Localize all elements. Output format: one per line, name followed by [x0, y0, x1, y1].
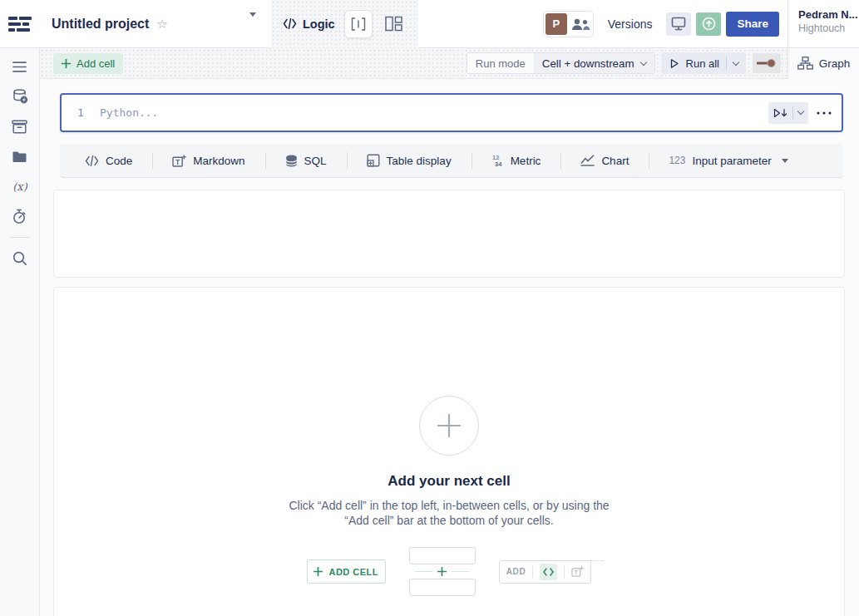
sidebar-item-snippets[interactable]	[0, 111, 40, 141]
app-logo-icon	[8, 17, 32, 32]
app-logo[interactable]	[0, 0, 40, 48]
cell-type-label: Markdown	[193, 155, 244, 167]
cell-type-code[interactable]: Code	[65, 144, 152, 177]
cell-type-label: Table display	[387, 155, 452, 167]
add-cell-mock-button[interactable]: ADD CELL	[307, 559, 386, 584]
stopwatch-icon	[12, 209, 27, 224]
empty-state-description-line2: “Add cell” bar at the bottom of your cel…	[344, 514, 553, 527]
user-org: Hightouch	[798, 22, 859, 34]
app-layout-view-button[interactable]	[382, 10, 407, 38]
database-bolt-icon	[12, 88, 28, 105]
run-mode-label: Run mode	[467, 53, 534, 73]
user-panel[interactable]: Pedram N... Hightouch	[787, 0, 859, 48]
run-split-divider	[792, 106, 793, 120]
markdown-icon: T	[172, 155, 186, 167]
svg-text:(x): (x)	[12, 180, 27, 193]
mock-insert-row[interactable]	[415, 564, 469, 579]
sidebar-item-files[interactable]	[0, 141, 40, 171]
sidebar-item-outline[interactable]	[0, 52, 40, 81]
monitor-icon	[671, 17, 686, 31]
metric-icon: 12 34	[491, 154, 504, 167]
publish-button[interactable]	[696, 12, 721, 36]
line-number: 1	[62, 106, 100, 119]
code-cell[interactable]: 1 Python...	[60, 93, 843, 132]
chevron-down-icon[interactable]	[733, 58, 739, 65]
notebook-toolbar: Add cell Run mode Cell + downstream Run …	[40, 48, 859, 79]
empty-state-description: Click “Add cell” in the top left, in-bet…	[289, 498, 609, 528]
add-bar-divider	[532, 566, 533, 578]
add-cell-label: Add cell	[77, 57, 115, 70]
add-cell-mock-label: ADD CELL	[328, 567, 378, 577]
chevron-down-icon	[639, 58, 646, 65]
graph-button[interactable]: Graph	[787, 48, 859, 79]
compute-toggle-button[interactable]	[753, 53, 781, 73]
empty-state-description-line1: Click “Add cell” in the top left, in-bet…	[289, 499, 609, 512]
avatar[interactable]: P	[546, 13, 567, 35]
empty-output-panel	[53, 190, 845, 278]
mock-cell-top	[409, 547, 476, 564]
cell-type-sql[interactable]: SQL	[265, 144, 347, 177]
add-bar-code-chip[interactable]	[540, 564, 557, 580]
sidebar-divider	[10, 237, 30, 238]
slider-handle-icon	[757, 57, 777, 69]
between-cells-illustration	[409, 547, 476, 596]
cell-type-markdown[interactable]: T Markdown	[152, 144, 264, 177]
run-cell-button[interactable]	[768, 102, 808, 124]
layout-grid-icon	[385, 16, 402, 32]
menu-icon	[12, 62, 27, 72]
cell-menu-button[interactable]	[817, 111, 832, 115]
chevron-down-icon	[782, 159, 788, 163]
markdown-icon: T	[571, 566, 584, 577]
chart-icon	[580, 155, 595, 166]
code-editor-placeholder[interactable]: Python...	[100, 106, 158, 119]
collaborators-pill[interactable]: P	[543, 11, 594, 37]
sidebar-item-data-sources[interactable]	[0, 81, 40, 111]
cell-type-bar: Code T Markdown SQL T	[60, 144, 843, 178]
share-button[interactable]: Share	[726, 12, 779, 37]
cell-type-label: Code	[106, 155, 132, 167]
run-mode-control: Run mode Cell + downstream	[467, 52, 655, 74]
input-parameter-123: 123	[669, 155, 685, 166]
tab-logic-label: Logic	[303, 17, 335, 31]
cell-type-metric[interactable]: 12 34 Metric	[471, 144, 561, 177]
run-all-button[interactable]: Run all	[662, 52, 746, 74]
present-button[interactable]	[666, 12, 691, 36]
run-mode-select[interactable]: Cell + downstream	[534, 53, 654, 73]
table-display-icon	[367, 154, 380, 167]
ellipsis-icon	[817, 111, 832, 115]
code-icon	[543, 568, 554, 576]
run-all-divider	[726, 57, 727, 70]
add-cell-illustrations: ADD CELL ADD	[307, 547, 591, 596]
tab-logic[interactable]: Logic	[283, 17, 335, 31]
cell-type-label: Input parameter	[692, 155, 771, 167]
database-icon	[285, 155, 298, 167]
cell-type-label: Chart	[601, 155, 629, 167]
page-title[interactable]: Untitled project	[52, 17, 149, 32]
user-name: Pedram N...	[798, 8, 859, 21]
run-downstream-icon	[773, 108, 787, 118]
star-icon[interactable]: ☆	[156, 17, 167, 30]
add-next-cell-circle[interactable]	[419, 396, 479, 456]
sidebar-item-variables[interactable]: (x)	[0, 171, 40, 201]
add-cell-button[interactable]: Add cell	[53, 53, 123, 74]
run-mode-value: Cell + downstream	[542, 57, 634, 70]
sidebar-item-search[interactable]	[0, 243, 40, 273]
project-title-area[interactable]: Untitled project ☆	[40, 17, 271, 32]
add-bar-markdown-chip[interactable]: T	[571, 566, 584, 577]
search-icon	[12, 250, 27, 266]
notebook-view-button[interactable]	[344, 10, 373, 38]
chevron-down-icon[interactable]	[797, 108, 804, 115]
svg-text:T: T	[175, 157, 180, 165]
code-icon	[85, 155, 99, 166]
cell-type-input-parameter[interactable]: 123 Input parameter	[649, 144, 807, 177]
project-menu-caret[interactable]	[249, 17, 256, 32]
cell-type-chart[interactable]: Chart	[560, 144, 649, 177]
cell-type-table-display[interactable]: Table display	[347, 144, 471, 177]
app-header: Untitled project ☆ Logic	[0, 0, 859, 48]
plus-icon	[62, 59, 71, 68]
sidebar-item-scheduled-runs[interactable]	[0, 201, 40, 231]
mock-line-right	[452, 571, 469, 572]
versions-link[interactable]: Versions	[608, 17, 653, 31]
add-cell-bar-illustration[interactable]: ADD T	[499, 560, 591, 584]
brackets-view-icon	[351, 17, 366, 31]
